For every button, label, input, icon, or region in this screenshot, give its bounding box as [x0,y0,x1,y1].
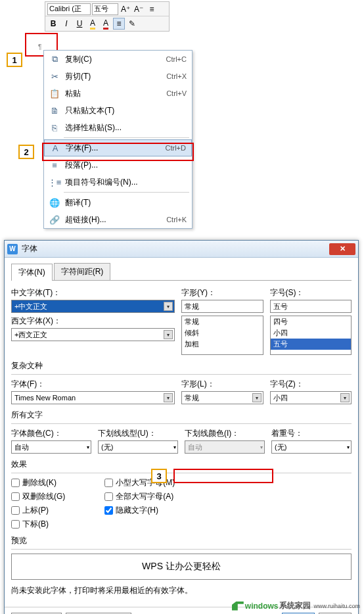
font-color-button[interactable]: A [100,18,112,30]
context-menu: ⧉ 复制(C) Ctrl+C ✂ 剪切(T) Ctrl+X 📋 粘贴 Ctrl+… [43,50,193,229]
style-combo[interactable]: 常规 [181,300,263,313]
cjk-font-label: 中文字体(T)： [11,287,175,298]
fontcolor-combo[interactable]: 自动▾ [11,440,91,454]
bold-button[interactable]: B [47,18,59,30]
latin-font-label: 西文字体(X)： [11,316,175,327]
hyperlink-icon: 🔗 [48,215,61,225]
menu-hyperlink[interactable]: 🔗 超链接(H)... Ctrl+K [44,211,192,228]
ulcolor-combo: 自动▾ [185,440,265,454]
menu-paste-text[interactable]: 🗎 只粘贴文本(T) [44,102,192,119]
preview-section-title: 预览 [11,535,352,546]
tab-font[interactable]: 字体(N) [11,264,53,281]
size-combo[interactable]: 五号 [270,300,352,313]
grow-font-button[interactable]: A⁺ [120,3,131,15]
allchars-section-title: 所有文字 [11,410,352,421]
fontcolor-label: 字体颜色(C)： [11,428,91,439]
menu-paste[interactable]: 📋 粘贴 Ctrl+V [44,85,192,102]
menu-translate[interactable]: 🌐 翻译(T) [44,194,192,211]
shrink-font-button[interactable]: A⁻ [133,3,145,15]
complex-font-label: 字体(F)： [11,379,175,390]
latin-font-combo[interactable]: +西文正文▾ [11,328,175,341]
menu-copy[interactable]: ⧉ 复制(C) Ctrl+C [44,51,192,68]
align-button[interactable]: ≡ [113,18,125,30]
emphasis-combo[interactable]: (无)▾ [271,440,352,454]
menu-separator [64,137,189,138]
font-dialog: W 字体 ✕ 字体(N) 字符间距(R) 中文字体(T)： +中文正文▾ 字形(… [4,240,359,614]
chk-hidden[interactable]: 隐藏文字(H) [104,505,175,516]
style-label: 字形(Y)： [181,287,263,298]
highlight-box-3 [173,469,273,483]
chk-sub[interactable]: 下标(B) [11,519,65,530]
complex-size-label: 字号(Z)： [270,379,352,390]
underline-combo[interactable]: (无)▾ [98,440,178,454]
complex-section-title: 复杂文种 [11,360,352,371]
format-painter-button[interactable]: ✎ [126,18,138,30]
cjk-font-combo[interactable]: +中文正文▾ [11,300,175,313]
size-label: 字号(S)： [270,287,352,298]
paragraph-icon: ≡ [48,160,61,170]
watermark: windows系统家园 www.ruihaitu.com [232,600,360,611]
font-size-combo[interactable]: 五号 [92,3,118,15]
chk-allcaps[interactable]: 全部大写字母(A) [104,491,175,502]
line-spacing-button[interactable]: ≡ [146,3,158,15]
chk-strike[interactable]: 删除线(K) [11,477,65,488]
bullets-icon: ⋮≡ [48,177,61,187]
italic-button[interactable]: I [60,18,72,30]
menu-separator [64,192,189,193]
translate-icon: 🌐 [48,198,61,208]
copy-icon: ⧉ [48,54,61,64]
underline-button[interactable]: U [74,18,85,30]
watermark-logo-icon [232,602,244,611]
ulcolor-label: 下划线颜色(I)： [185,428,265,439]
highlight-button[interactable]: A [87,18,99,30]
cut-icon: ✂ [48,72,61,82]
menu-paste-special[interactable]: ⎘ 选择性粘贴(S)... [44,119,192,136]
dialog-title: 字体 [22,243,329,254]
paste-icon: 📋 [48,89,61,99]
callout-2: 2 [18,145,34,159]
underline-label: 下划线线型(U)： [98,428,178,439]
callout-1: 1 [7,53,22,67]
dialog-tabs: 字体(N) 字符间距(R) [11,263,352,281]
chk-dstrike[interactable]: 双删除线(G) [11,491,65,502]
chk-super[interactable]: 上标(P) [11,505,65,516]
complex-font-combo[interactable]: Times New Roman▾ [11,391,175,404]
app-icon: W [7,244,18,254]
formatting-toolbar: Calibri (正 五号 A⁺ A⁻ ≡ B I U A A ≡ ✎ [45,1,170,32]
preview-box: WPS 让办公更轻松 [11,554,352,580]
menu-cut[interactable]: ✂ 剪切(T) Ctrl+X [44,68,192,85]
complex-size-combo[interactable]: 小四▾ [270,391,352,404]
menu-bullets[interactable]: ⋮≡ 项目符号和编号(N)... [44,174,192,191]
close-button[interactable]: ✕ [329,243,355,255]
callout-3: 3 [151,469,167,483]
complex-style-label: 字形(L)： [181,379,263,390]
complex-style-combo[interactable]: 常规▾ [181,391,263,404]
paragraph-mark-icon: ¶ [38,43,41,51]
size-listbox[interactable]: 四号 小四 五号 [270,316,352,355]
font-note: 尚未安装此字体，打印时将采用最相近的有效字体。 [11,585,352,596]
emphasis-label: 着重号： [271,428,352,439]
highlight-box-2 [42,143,194,161]
paste-special-icon: ⎘ [48,123,61,133]
font-family-combo[interactable]: Calibri (正 [47,3,91,15]
style-listbox[interactable]: 常规 倾斜 加粗 [181,316,263,355]
paste-text-icon: 🗎 [48,106,61,116]
tab-spacing[interactable]: 字符间距(R) [54,263,111,280]
dialog-titlebar: W 字体 ✕ [5,241,358,258]
